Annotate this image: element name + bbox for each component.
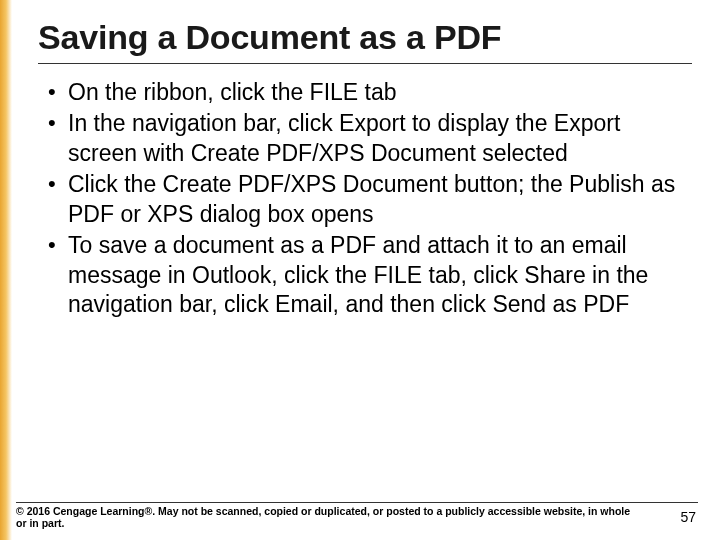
bullet-list: On the ribbon, click the FILE tab In the… (38, 78, 692, 320)
bullet-item: To save a document as a PDF and attach i… (44, 231, 692, 319)
page-number: 57 (680, 505, 698, 525)
footer-rule (16, 502, 698, 503)
bullet-item: In the navigation bar, click Export to d… (44, 109, 692, 168)
left-accent-bar (0, 0, 12, 540)
footer-row: © 2016 Cengage Learning®. May not be sca… (16, 505, 698, 530)
bullet-item: On the ribbon, click the FILE tab (44, 78, 692, 107)
copyright-text: © 2016 Cengage Learning®. May not be sca… (16, 505, 636, 530)
slide-content: Saving a Document as a PDF On the ribbon… (0, 0, 720, 320)
slide-footer: © 2016 Cengage Learning®. May not be sca… (0, 502, 720, 530)
title-underline (38, 63, 692, 64)
bullet-item: Click the Create PDF/XPS Document button… (44, 170, 692, 229)
slide-title: Saving a Document as a PDF (38, 18, 692, 63)
